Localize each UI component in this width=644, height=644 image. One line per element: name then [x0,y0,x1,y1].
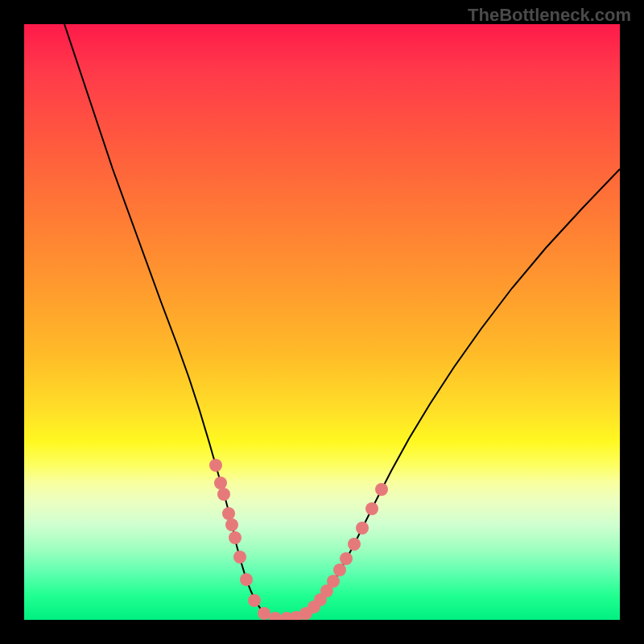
data-point [209,459,222,472]
data-point [248,594,261,607]
data-point [240,573,253,586]
chart-svg [24,24,620,620]
data-point [217,488,230,501]
data-point [222,507,235,520]
data-point [365,502,378,515]
data-point [375,483,388,496]
chart-plot-area [24,24,620,620]
data-point [333,564,346,576]
data-point [269,612,282,620]
data-point [348,538,361,551]
data-point [214,477,227,489]
data-point [356,522,369,535]
bottleneck-curve [64,24,620,618]
data-point [258,607,270,620]
data-point [225,518,238,531]
left-dot-group [209,459,293,620]
data-point [233,551,246,564]
watermark-text: TheBottleneck.com [468,5,631,26]
data-point [327,575,340,588]
data-point [229,531,242,544]
data-point [340,552,353,565]
right-dot-group [290,483,388,620]
